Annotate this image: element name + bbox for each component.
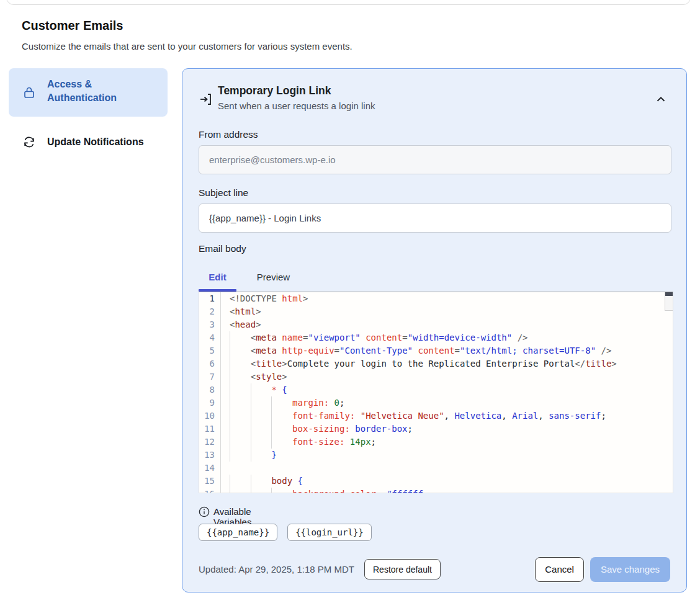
email-body-code-editor[interactable]: 1<!DOCTYPE html>2<html>3<head>4<meta nam… xyxy=(199,292,673,493)
line-number: 5 xyxy=(199,344,221,357)
line-number: 6 xyxy=(199,357,221,370)
line-number: 7 xyxy=(199,370,221,383)
code-line: 14 xyxy=(199,462,673,475)
save-changes-button[interactable]: Save changes xyxy=(590,557,670,582)
refresh-icon xyxy=(22,135,36,149)
line-number: 9 xyxy=(199,396,221,409)
code-line: 7<style> xyxy=(199,370,673,383)
panel-subtitle: Sent when a user requests a login link xyxy=(218,101,375,111)
code-line: 10font-family: "Helvetica Neue", Helveti… xyxy=(199,409,673,422)
email-body-label: Email body xyxy=(199,243,246,254)
subject-line-label: Subject line xyxy=(199,187,248,199)
sidebar-item-label: Update Notifications xyxy=(47,135,144,149)
lock-icon xyxy=(22,86,36,99)
sidebar-item-access-authentication[interactable]: Access & Authentication xyxy=(9,68,168,117)
code-line: 6<title>Complete your login to the Repli… xyxy=(199,357,673,370)
code-line: 4<meta name="viewport" content="width=de… xyxy=(199,331,673,344)
code-line: 16background-color: #ffffff; xyxy=(199,488,673,493)
temporary-login-link-panel: Temporary Login Link Sent when a user re… xyxy=(182,68,687,592)
page-title: Customer Emails xyxy=(22,19,123,33)
tab-edit[interactable]: Edit xyxy=(199,265,236,289)
subject-line-input[interactable] xyxy=(199,203,671,233)
cancel-button[interactable]: Cancel xyxy=(535,557,584,582)
page-description: Customize the emails that are sent to yo… xyxy=(22,41,352,51)
code-line: 12font-size: 14px; xyxy=(199,436,673,449)
line-number: 10 xyxy=(199,409,221,422)
line-number: 16 xyxy=(199,488,221,493)
tab-preview[interactable]: Preview xyxy=(250,265,297,289)
scrollbar-thumb[interactable] xyxy=(665,292,673,296)
code-line: 11box-sizing: border-box; xyxy=(199,422,673,436)
line-number: 11 xyxy=(199,422,221,436)
sidebar-item-label: Access & Authentication xyxy=(47,78,159,105)
code-line: 9margin: 0; xyxy=(199,396,673,409)
line-number: 15 xyxy=(199,475,221,488)
sidebar-item-update-notifications[interactable]: Update Notifications xyxy=(9,125,168,159)
email-body-tabs: Edit Preview xyxy=(199,265,297,289)
previous-card-remnant xyxy=(6,0,691,5)
editor-scrollbar[interactable] xyxy=(665,292,673,311)
code-line: 13} xyxy=(199,449,673,462)
from-address-input[interactable] xyxy=(199,145,671,174)
login-icon xyxy=(199,92,213,107)
line-number: 2 xyxy=(199,305,221,318)
code-line: 3<head> xyxy=(199,318,673,331)
panel-title: Temporary Login Link xyxy=(218,84,331,97)
code-line: 8* { xyxy=(199,383,673,396)
chevron-up-icon[interactable] xyxy=(654,91,670,107)
variable-chip[interactable]: {{login_url}} xyxy=(287,524,372,541)
restore-default-button[interactable]: Restore default xyxy=(364,559,441,579)
from-address-label: From address xyxy=(199,129,258,140)
line-number: 12 xyxy=(199,436,221,449)
updated-timestamp: Updated: Apr 29, 2025, 1:18 PM MDT xyxy=(199,564,354,574)
variable-chip[interactable]: {{app_name}} xyxy=(199,524,277,541)
panel-footer: Updated: Apr 29, 2025, 1:18 PM MDT Resto… xyxy=(199,557,670,582)
code-lines: 1<!DOCTYPE html>2<html>3<head>4<meta nam… xyxy=(199,292,673,493)
variable-chips: {{app_name}}{{login_url}} xyxy=(199,524,372,541)
line-number: 3 xyxy=(199,318,221,331)
code-line: 2<html> xyxy=(199,305,673,318)
line-number: 4 xyxy=(199,331,221,344)
line-number: 13 xyxy=(199,449,221,462)
line-number: 8 xyxy=(199,383,221,396)
line-number: 14 xyxy=(199,462,221,475)
code-line: 15body { xyxy=(199,475,673,488)
code-line: 1<!DOCTYPE html> xyxy=(199,292,673,305)
info-icon xyxy=(199,506,210,517)
line-number: 1 xyxy=(199,292,221,305)
code-line: 5<meta http-equiv="Content-Type" content… xyxy=(199,344,673,357)
